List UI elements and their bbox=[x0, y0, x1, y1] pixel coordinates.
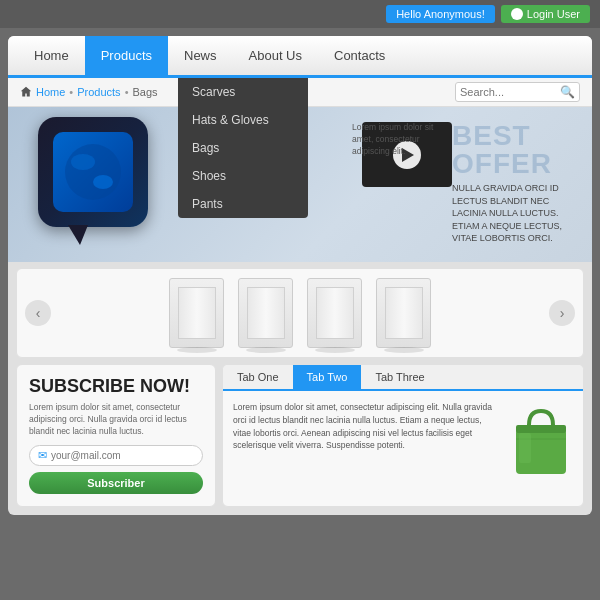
tab-one[interactable]: Tab One bbox=[223, 365, 293, 389]
hero-lorem-text: Lorem ipsum dolor sit amet, consectetur … bbox=[352, 122, 447, 158]
tab-image bbox=[508, 401, 573, 481]
carousel-product-4 bbox=[376, 278, 431, 348]
carousel-prev[interactable]: ‹ bbox=[25, 300, 51, 326]
login-button[interactable]: Login User bbox=[501, 5, 590, 23]
email-icon: ✉ bbox=[38, 449, 47, 462]
top-bar: Hello Anonymous! Login User bbox=[0, 0, 600, 28]
subscribe-text: Lorem ipsum dolor sit amet, consectetur … bbox=[29, 402, 203, 438]
breadcrumb-products[interactable]: Products bbox=[77, 86, 120, 98]
nav-news[interactable]: News bbox=[168, 36, 233, 77]
svg-point-1 bbox=[71, 154, 95, 170]
dropdown-scarves[interactable]: Scarves bbox=[178, 78, 308, 106]
tab-three[interactable]: Tab Three bbox=[361, 365, 438, 389]
tabs-box: Tab One Tab Two Tab Three Lorem ipsum do… bbox=[222, 364, 584, 507]
subscribe-box: SUBSCRIBE NOW! Lorem ipsum dolor sit ame… bbox=[16, 364, 216, 507]
search-icon: 🔍 bbox=[560, 85, 575, 99]
main-container: Home Products News About Us Contacts Sca… bbox=[8, 36, 592, 515]
carousel-product-2 bbox=[238, 278, 293, 348]
svg-point-0 bbox=[65, 144, 121, 200]
dropdown-bags[interactable]: Bags bbox=[178, 134, 308, 162]
subscribe-title: SUBSCRIBE NOW! bbox=[29, 377, 203, 397]
nav-contacts[interactable]: Contacts bbox=[318, 36, 401, 77]
svg-rect-6 bbox=[519, 433, 531, 463]
tab-content: Lorem ipsum dolor sit amet, consectetur … bbox=[223, 391, 583, 491]
nav-about[interactable]: About Us bbox=[233, 36, 318, 77]
email-input[interactable] bbox=[51, 450, 194, 461]
hero-text: BEST OFFER NULLA GRAVIDA ORCI ID LECTUS … bbox=[452, 122, 582, 245]
main-nav: Home Products News About Us Contacts Sca… bbox=[8, 36, 592, 78]
dropdown-hats[interactable]: Hats & Gloves bbox=[178, 106, 308, 134]
subscribe-button[interactable]: Subscriber bbox=[29, 472, 203, 494]
breadcrumb-home[interactable]: Home bbox=[36, 86, 65, 98]
product-screen bbox=[53, 132, 133, 212]
dropdown-shoes[interactable]: Shoes bbox=[178, 162, 308, 190]
carousel-items bbox=[169, 278, 431, 348]
product-carousel: ‹ › bbox=[16, 268, 584, 358]
breadcrumb-bags: Bags bbox=[132, 86, 157, 98]
hero-product bbox=[38, 117, 148, 247]
search-box: 🔍 bbox=[455, 82, 580, 102]
product-image bbox=[38, 117, 148, 227]
breadcrumb-sep2: • bbox=[125, 86, 129, 98]
screen-graphic bbox=[63, 142, 123, 202]
nav-products[interactable]: Products bbox=[85, 36, 168, 77]
svg-rect-4 bbox=[516, 425, 566, 433]
search-input[interactable] bbox=[460, 86, 560, 98]
hero-big-title: BEST OFFER bbox=[452, 122, 582, 178]
email-field: ✉ bbox=[29, 445, 203, 466]
dropdown-pants[interactable]: Pants bbox=[178, 190, 308, 218]
carousel-next[interactable]: › bbox=[549, 300, 575, 326]
hello-button[interactable]: Hello Anonymous! bbox=[386, 5, 495, 23]
products-dropdown: Scarves Hats & Gloves Bags Shoes Pants bbox=[178, 78, 308, 218]
hero-subtitle: NULLA GRAVIDA ORCI ID LECTUS BLANDIT NEC… bbox=[452, 182, 582, 245]
svg-point-2 bbox=[93, 175, 113, 189]
nav-home[interactable]: Home bbox=[18, 36, 85, 77]
tab-body-text: Lorem ipsum dolor sit amet, consectetur … bbox=[233, 401, 500, 481]
shopping-bag-icon bbox=[511, 401, 571, 481]
breadcrumb-sep1: • bbox=[69, 86, 73, 98]
home-icon bbox=[20, 86, 32, 98]
bubble-tail bbox=[68, 225, 88, 245]
user-icon bbox=[511, 8, 523, 20]
tabs-header: Tab One Tab Two Tab Three bbox=[223, 365, 583, 391]
tab-two[interactable]: Tab Two bbox=[293, 365, 362, 389]
carousel-product-3 bbox=[307, 278, 362, 348]
bottom-section: SUBSCRIBE NOW! Lorem ipsum dolor sit ame… bbox=[16, 364, 584, 507]
carousel-product-1 bbox=[169, 278, 224, 348]
